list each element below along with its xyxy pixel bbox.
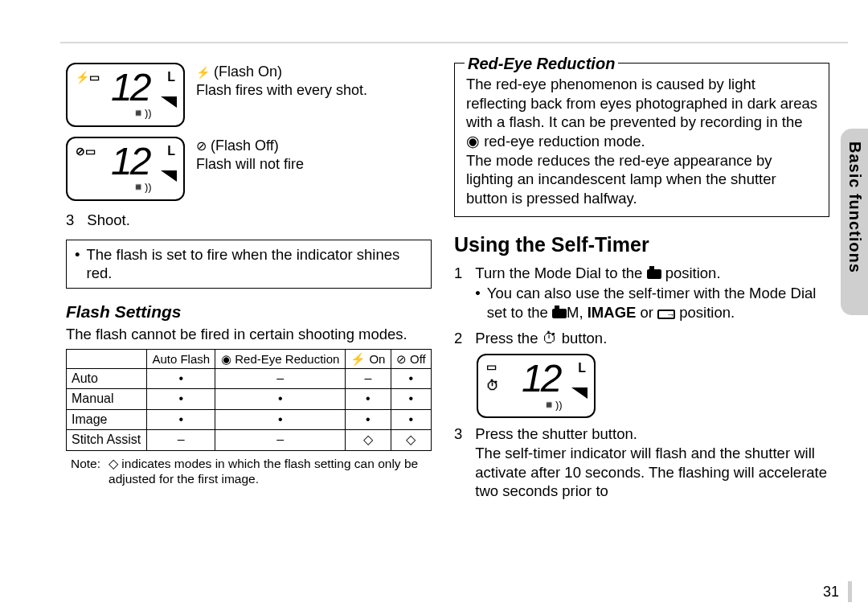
- flash-off-label: (Flash Off): [211, 137, 279, 154]
- cell: Manual: [67, 389, 147, 409]
- lcd-wedge-icon: [161, 170, 177, 182]
- panorama-icon: [657, 310, 675, 319]
- cell: Image: [67, 409, 147, 429]
- page-number: 31: [823, 584, 839, 601]
- cell: •: [346, 409, 391, 429]
- step-number: 3: [454, 424, 462, 501]
- step-3-right: 3 Press the shutter button. The self-tim…: [454, 424, 829, 501]
- sub-b: ,: [579, 304, 587, 321]
- lcd-size: L: [578, 360, 586, 376]
- cell: Auto: [67, 368, 147, 388]
- sub-c: or: [636, 304, 657, 321]
- flash-settings-intro: The flash cannot be fired in certain sho…: [66, 325, 432, 344]
- step-text-a: Turn the Mode Dial to the: [475, 264, 646, 281]
- lcd-topleft: ▭: [486, 360, 497, 375]
- flash-on-text: Flash fires with every shot.: [196, 82, 367, 98]
- cell: –: [147, 430, 215, 450]
- cell: •: [215, 389, 346, 409]
- flash-on-label: (Flash On): [214, 64, 282, 80]
- cell: Stitch Assist: [67, 430, 147, 450]
- step-number: 1: [454, 264, 462, 322]
- camera-icon: [647, 269, 661, 279]
- frame-body: The red-eye phenomenon is caused by ligh…: [455, 64, 829, 216]
- step-3: 3 Shoot.: [66, 211, 432, 230]
- th-autoflash: Auto Flash: [147, 349, 215, 368]
- self-timer-heading: Using the Self-Timer: [454, 232, 829, 257]
- step-sub: You can also use the self-timer with the…: [487, 284, 829, 322]
- frame-title: Red-Eye Reduction: [465, 54, 618, 75]
- step-number: 2: [454, 329, 462, 348]
- page-number-bar: [848, 581, 852, 602]
- lcd-sound-icon: ◾)): [132, 181, 152, 195]
- footnote-label: Note:: [66, 456, 100, 488]
- bullet-icon: •: [75, 245, 80, 283]
- table-row: Image • • • •: [67, 409, 432, 429]
- table-row: Stitch Assist – – ◇ ◇: [67, 430, 432, 450]
- frame-paragraph-1: The red-eye phenomenon is caused by ligh…: [466, 75, 819, 151]
- camera-icon: [552, 309, 567, 318]
- right-column: Red-Eye Reduction The red-eye phenomenon…: [454, 63, 829, 591]
- table-row: Auto • – – •: [67, 368, 432, 388]
- sub-m: M: [567, 304, 579, 321]
- step-text-b: position.: [661, 264, 721, 281]
- cell: ◇: [391, 430, 431, 450]
- step-1: 1 Turn the Mode Dial to the position. • …: [454, 264, 829, 322]
- cell: •: [391, 368, 431, 388]
- lcd-flash-on: ⚡▭ 12 L ◾)): [66, 63, 185, 127]
- lcd-self-timer: ▭ ⏱ 12 L ◾)): [477, 354, 596, 418]
- step-number: 3: [66, 211, 74, 230]
- flash-on-desc: (Flash On) Flash fires with every shot.: [196, 63, 367, 100]
- lcd-wedge-icon: [161, 96, 177, 108]
- lcd-flash-off: ⊘▭ 12 L ◾)): [66, 137, 185, 201]
- cell: •: [147, 409, 215, 429]
- step-text: Press the ⏱ button.: [475, 329, 607, 348]
- red-eye-frame: Red-Eye Reduction The red-eye phenomenon…: [454, 63, 829, 217]
- lcd-sound-icon: ◾)): [542, 399, 563, 412]
- bullet-icon: •: [475, 284, 480, 322]
- image-label: IMAGE: [588, 304, 637, 321]
- cell: •: [346, 389, 391, 409]
- page-body: ⚡▭ 12 L ◾)) (Flash On) Flash fires with …: [66, 63, 829, 591]
- cell: •: [147, 368, 215, 388]
- th-blank: [67, 349, 147, 368]
- cell: •: [147, 389, 215, 409]
- cell: ◇: [346, 430, 391, 450]
- section-tab-label: Basic functions: [845, 141, 864, 273]
- footnote-text: ◇ indicates modes in which the flash set…: [108, 456, 432, 488]
- table-row: Manual • • • •: [67, 389, 432, 409]
- flash-on-icon: [196, 64, 210, 80]
- cell: –: [346, 368, 391, 388]
- lcd-count: 12: [522, 354, 559, 403]
- flash-settings-table: Auto Flash ◉ Red-Eye Reduction ⚡ On ⊘ Of…: [66, 349, 432, 451]
- lcd-count: 12: [111, 63, 149, 112]
- timer-icon: ⏱: [486, 378, 499, 394]
- step-content: Turn the Mode Dial to the position. • Yo…: [475, 264, 829, 322]
- step-text: Shoot.: [87, 211, 130, 230]
- lcd-size: L: [167, 69, 175, 85]
- cell: –: [215, 430, 346, 450]
- lcd-count: 12: [111, 137, 149, 186]
- left-column: ⚡▭ 12 L ◾)) (Flash On) Flash fires with …: [66, 63, 432, 591]
- th-redeye: ◉ Red-Eye Reduction: [215, 349, 346, 368]
- lcd-sound-icon: ◾)): [132, 107, 152, 121]
- flash-off-icon: [196, 137, 207, 154]
- table-footnote: Note: ◇ indicates modes in which the fla…: [66, 456, 432, 488]
- flash-indicator-note: • The flash is set to fire when the indi…: [66, 240, 432, 289]
- lcd-wedge-icon: [571, 387, 588, 399]
- lcd-topleft: ⊘▭: [76, 145, 96, 159]
- th-on: ⚡ On: [346, 349, 391, 368]
- step-content: Press the shutter button. The self-timer…: [475, 424, 829, 501]
- lcd-size: L: [167, 143, 175, 159]
- frame-paragraph-2: The mode reduces the red-eye appearance …: [466, 151, 819, 208]
- step-text: Press the shutter button.: [475, 424, 829, 444]
- flash-off-row: ⊘▭ 12 L ◾)) (Flash Off) Flash will not f…: [66, 137, 432, 201]
- flash-off-desc: (Flash Off) Flash will not fire: [196, 137, 304, 174]
- flash-on-row: ⚡▭ 12 L ◾)) (Flash On) Flash fires with …: [66, 63, 432, 127]
- step-desc: The self-timer indicator will flash and …: [475, 444, 829, 501]
- sub-d: position.: [675, 304, 735, 321]
- cell: •: [391, 409, 431, 429]
- page-top-rule: [60, 42, 848, 43]
- cell: •: [215, 409, 346, 429]
- th-off: ⊘ Off: [391, 349, 431, 368]
- cell: •: [391, 389, 431, 409]
